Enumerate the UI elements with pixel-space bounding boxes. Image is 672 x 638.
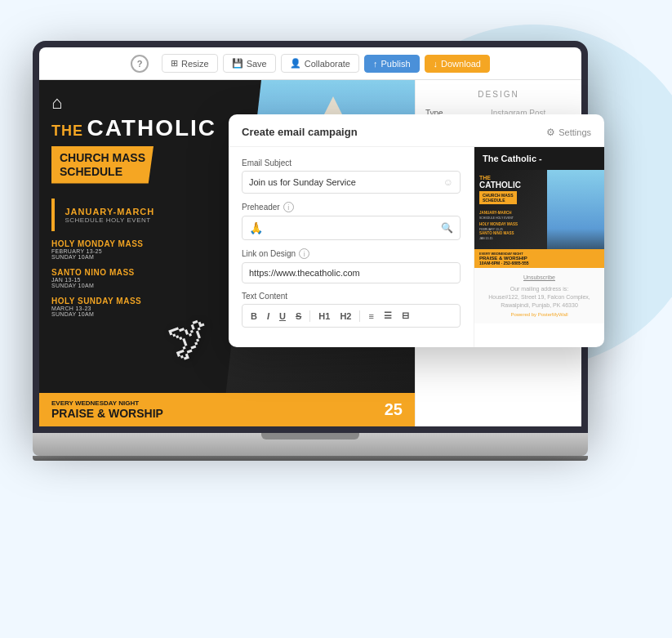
preview-flyer: THE CATHOLIC CHURCH MASS SCHEDULE JANUAR… [474, 170, 604, 268]
email-subject-input[interactable]: Join us for Sunday Service ☺ [242, 171, 461, 194]
underline-button[interactable]: U [278, 310, 287, 322]
ordered-list-button[interactable]: ≡ [367, 310, 375, 322]
preheader-input[interactable]: 🙏 🔍 [242, 216, 461, 240]
save-button[interactable]: 💾 Save [223, 54, 276, 73]
link-on-design-group: Link on Design i https://www.thecatholic… [242, 248, 461, 283]
save-icon: 💾 [232, 58, 243, 69]
mini-events: JANUARY-MARCH SCHEDULE HOLY EVENT HOLY M… [479, 211, 518, 240]
settings-button[interactable]: ⚙ Settings [546, 127, 591, 138]
email-subject-label: Email Subject [242, 158, 461, 167]
resize-icon: ⊞ [171, 58, 178, 69]
text-content-label: Text Content [242, 292, 461, 301]
help-icon[interactable]: ? [131, 55, 149, 73]
flyer-subtitle-line2: SCHEDULE [60, 165, 145, 179]
mailing-address: Our mailing address is: House#122, Stree… [483, 285, 596, 309]
email-form: Email Subject Join us for Sunday Service… [229, 147, 474, 347]
download-button[interactable]: ↓ Download [425, 55, 490, 73]
laptop-base [33, 433, 588, 456]
editor-topbar: ? ⊞ Resize 💾 Save 👤 Collaborate ↑ Publis… [39, 47, 581, 80]
collaborate-icon: 👤 [290, 58, 301, 69]
unsubscribe-link[interactable]: Unsubscribe [483, 274, 596, 280]
email-preview-panel: The Catholic - THE CATHOLIC CHURCH MASS … [474, 147, 604, 347]
text-toolbar: B I U S H1 H2 ≡ ☰ ⊟ [242, 304, 461, 328]
preview-header: The Catholic - [474, 147, 604, 170]
publish-button[interactable]: ↑ Publish [364, 55, 420, 73]
preview-content: Unsubscribe Our mailing address is: Hous… [474, 268, 604, 323]
link-button[interactable]: ⊟ [400, 310, 411, 322]
unordered-list-button[interactable]: ☰ [382, 310, 394, 322]
preheader-group: Preheader i 🙏 🔍 [242, 202, 461, 240]
publish-icon: ↑ [373, 59, 378, 69]
laptop-foot [33, 456, 588, 461]
section-main-text: JANUARY-MARCH [65, 207, 154, 216]
brand-name: PosterMyWall [538, 312, 568, 317]
mini-flyer-title: THE CATHOLIC CHURCH MASS SCHEDULE [479, 175, 521, 205]
link-input[interactable]: https://www.thecatholic.com [242, 262, 461, 283]
strikethrough-button[interactable]: S [294, 310, 303, 322]
flyer-header: ⌂ THE CATHOLIC CHURCH MASS SCHEDULE [51, 92, 216, 184]
h2-button[interactable]: H2 [338, 310, 353, 322]
flyer-subtitle-line1: CHURCH MASS [60, 151, 145, 165]
mini-footer: EVERY WEDNESDAY NIGHT PRAISE & WORSHIP 1… [474, 249, 604, 268]
dialog-body: Email Subject Join us for Sunday Service… [229, 147, 604, 347]
gear-icon: ⚙ [546, 127, 555, 138]
collaborate-button[interactable]: 👤 Collaborate [281, 54, 359, 73]
emoji-picker-icon: ☺ [443, 176, 453, 188]
powered-by: Powered by PosterMyWall [483, 312, 596, 317]
preheader-label: Preheader i [242, 202, 461, 212]
info-icon: i [283, 202, 294, 212]
create-email-dialog: Create email campaign ⚙ Settings Email S… [229, 114, 604, 347]
flyer-section-title: JANUARY-MARCH SCHEDULE HOLY EVENT [51, 199, 154, 231]
bold-button[interactable]: B [249, 310, 259, 322]
text-content-group: Text Content B I U S H1 H2 ≡ ☰ ⊟ [242, 292, 461, 328]
link-label: Link on Design i [242, 248, 461, 259]
laptop-notch [261, 433, 359, 439]
flyer-title-catholic: CATHOLIC [87, 115, 216, 141]
section-sub-text: SCHEDULE HOLY EVENT [65, 216, 154, 224]
flyer-title-the: THE [51, 123, 83, 139]
resize-button[interactable]: ⊞ Resize [162, 54, 218, 73]
link-info-icon: i [299, 248, 309, 259]
download-icon: ↓ [434, 59, 438, 69]
panel-title: DESIGN [425, 90, 572, 99]
flyer-subtitle-box: CHURCH MASS SCHEDULE [51, 146, 154, 184]
email-subject-group: Email Subject Join us for Sunday Service… [242, 158, 461, 194]
dialog-title: Create email campaign [242, 126, 358, 138]
italic-button[interactable]: I [265, 310, 271, 322]
preheader-emoji-icon: 🔍 [441, 222, 453, 234]
flyer-footer: EVERY WEDNESDAY NIGHT PRAISE & WORSHIP 2… [39, 393, 415, 426]
prayer-emoji: 🙏 [249, 221, 263, 234]
h1-button[interactable]: H1 [317, 310, 332, 322]
dialog-header: Create email campaign ⚙ Settings [229, 114, 604, 147]
house-icon: ⌂ [51, 92, 216, 114]
